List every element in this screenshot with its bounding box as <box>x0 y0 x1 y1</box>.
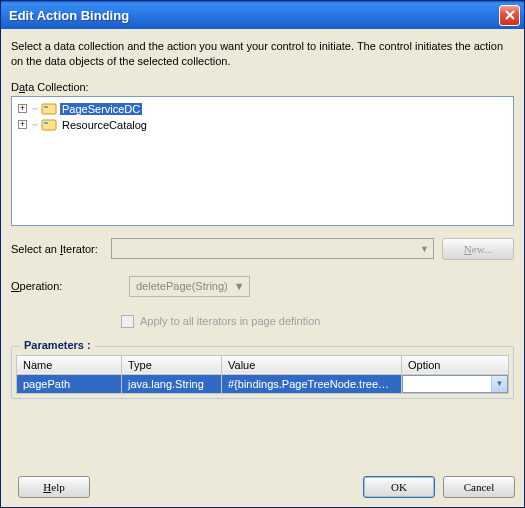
svg-rect-1 <box>44 106 48 108</box>
parameters-fieldset: Parameters : Name Type Value Option page… <box>11 346 514 399</box>
chevron-down-icon: ▼ <box>491 376 507 392</box>
parameters-legend: Parameters : <box>20 339 95 351</box>
ok-button[interactable]: OK <box>363 476 435 498</box>
data-collection-tree[interactable]: + ┄ PageServiceDC + ┄ ResourceCatalog <box>11 96 514 226</box>
dialog-footer: Help OK Cancel <box>10 476 515 498</box>
option-dropdown[interactable]: ▼ <box>402 375 508 393</box>
close-icon <box>505 10 515 20</box>
apply-checkbox <box>121 315 134 328</box>
operation-label: Operation: <box>11 280 129 292</box>
new-button[interactable]: New... <box>442 238 514 260</box>
tree-item-pageservicedc[interactable]: + ┄ PageServiceDC <box>16 101 509 117</box>
parameters-table: Name Type Value Option pagePath java.lan… <box>16 355 509 394</box>
titlebar: Edit Action Binding <box>1 1 524 29</box>
table-header-row: Name Type Value Option <box>17 355 509 374</box>
col-header-value[interactable]: Value <box>222 355 402 374</box>
help-button[interactable]: Help <box>18 476 90 498</box>
tree-connector: ┄ <box>30 120 38 130</box>
tree-item-label: ResourceCatalog <box>60 119 149 131</box>
datacontrol-icon <box>41 117 57 133</box>
table-row[interactable]: pagePath java.lang.String #{bindings.Pag… <box>17 374 509 393</box>
tree-item-resourcecatalog[interactable]: + ┄ ResourceCatalog <box>16 117 509 133</box>
operation-row: Operation: deletePage(String) ▼ <box>11 276 514 297</box>
expand-icon[interactable]: + <box>18 120 27 129</box>
window-title: Edit Action Binding <box>9 8 499 23</box>
cell-name: pagePath <box>17 376 121 392</box>
svg-rect-0 <box>42 104 56 114</box>
chevron-down-icon: ▼ <box>420 244 429 254</box>
iterator-row: Select an Iterator: ▼ New... <box>11 238 514 260</box>
col-header-name[interactable]: Name <box>17 355 122 374</box>
svg-rect-3 <box>44 122 48 124</box>
apply-row: Apply to all iterators in page defintion <box>11 315 514 328</box>
col-header-type[interactable]: Type <box>122 355 222 374</box>
data-collection-label: Data Collection: <box>11 81 514 93</box>
operation-value: deletePage(String) <box>136 280 228 292</box>
dialog-content: Select a data collection and the action … <box>1 29 524 407</box>
svg-rect-2 <box>42 120 56 130</box>
iterator-label: Select an Iterator: <box>11 243 111 255</box>
col-header-option[interactable]: Option <box>402 355 509 374</box>
operation-dropdown[interactable]: deletePage(String) ▼ <box>129 276 250 297</box>
chevron-down-icon: ▼ <box>234 280 245 292</box>
iterator-dropdown[interactable]: ▼ <box>111 238 434 259</box>
close-button[interactable] <box>499 5 520 26</box>
instruction-text: Select a data collection and the action … <box>11 39 514 69</box>
cancel-button[interactable]: Cancel <box>443 476 515 498</box>
datacontrol-icon <box>41 101 57 117</box>
tree-item-label: PageServiceDC <box>60 103 142 115</box>
apply-label: Apply to all iterators in page defintion <box>140 315 320 327</box>
tree-connector: ┄ <box>30 104 38 114</box>
cell-type: java.lang.String <box>122 376 221 392</box>
expand-icon[interactable]: + <box>18 104 27 113</box>
cell-value: #{bindings.PageTreeNode.treeM... <box>222 376 400 392</box>
